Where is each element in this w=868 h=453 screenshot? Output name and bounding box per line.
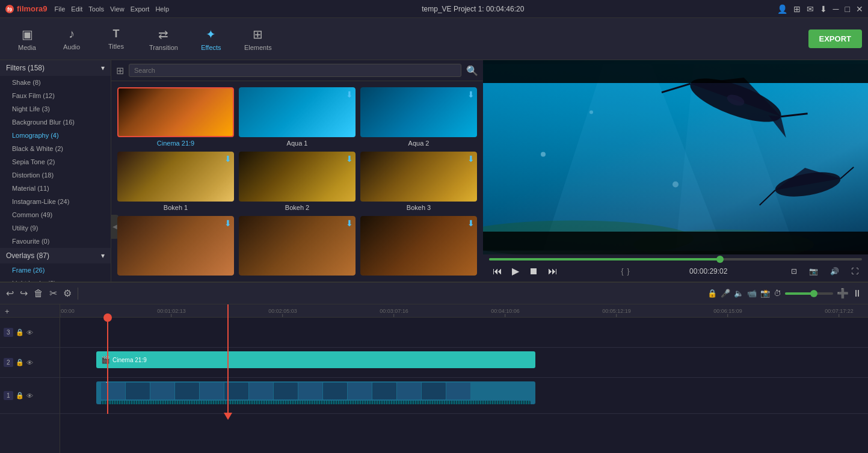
preview-ctrl-icons: ⊡ 📷 🔊 ⛶ bbox=[787, 266, 862, 277]
track-3-eye[interactable]: 👁 bbox=[26, 329, 33, 336]
toolbar-separator bbox=[78, 288, 78, 300]
sidebar-item-distortion[interactable]: Distortion (18) bbox=[0, 168, 111, 182]
svg-point-20 bbox=[673, 182, 679, 188]
grid-view-icon[interactable]: ⊞ bbox=[116, 65, 124, 76]
sidebar-item-favourite[interactable]: Favourite (0) bbox=[0, 235, 111, 248]
track-1-eye[interactable]: 👁 bbox=[26, 392, 33, 399]
snapshot-button[interactable]: 📷 bbox=[805, 266, 822, 277]
fullscreen-button[interactable]: ⛶ bbox=[848, 266, 862, 277]
menu-export[interactable]: Export bbox=[131, 5, 150, 13]
layout-icon[interactable]: ⊞ bbox=[793, 4, 801, 14]
video-clip-label: My Video1 bbox=[101, 381, 531, 383]
pause-tracks-button[interactable]: ⏸ bbox=[852, 288, 862, 299]
effect-thumbnail-row3b: ⬇ bbox=[239, 216, 356, 276]
effect-aqua1[interactable]: ⬇ Aqua 1 bbox=[239, 87, 356, 147]
film-frame bbox=[397, 383, 421, 399]
effect-bokeh3[interactable]: ⬇ Bokeh 3 bbox=[360, 152, 477, 211]
cut-button[interactable]: ✂ bbox=[49, 288, 57, 299]
add-track-button[interactable]: ➕ bbox=[837, 288, 849, 299]
menu-help[interactable]: Help bbox=[155, 5, 169, 13]
toolbar-titles[interactable]: T Titles bbox=[95, 24, 137, 54]
effect-row3c[interactable]: ⬇ bbox=[360, 216, 477, 276]
sidebar-item-blackwhite[interactable]: Black & White (2) bbox=[0, 142, 111, 155]
sidebar-item-lomography[interactable]: Lomography (4) bbox=[0, 129, 111, 142]
next-frame-button[interactable]: ⏭ bbox=[544, 265, 561, 278]
filters-header[interactable]: Filters (158) ▾ bbox=[0, 60, 111, 76]
track-2-eye[interactable]: 👁 bbox=[26, 359, 33, 366]
effect-row3b[interactable]: ⬇ bbox=[239, 216, 356, 276]
toolbar-elements[interactable]: ⊞ Elements bbox=[235, 23, 282, 55]
video-clip[interactable]: My Video1 bbox=[96, 381, 535, 404]
mic-icon[interactable]: 🎤 bbox=[721, 289, 730, 298]
sidebar-item-nightlife[interactable]: Night Life (3) bbox=[0, 102, 111, 116]
sidebar-item-common[interactable]: Common (49) bbox=[0, 208, 111, 221]
menu-view[interactable]: View bbox=[110, 5, 125, 13]
filters-collapse-icon: ▾ bbox=[101, 64, 105, 72]
download-icon[interactable]: ⬇ bbox=[820, 4, 827, 14]
toolbar-audio[interactable]: ♪ Audio bbox=[51, 23, 93, 54]
menu-tools[interactable]: Tools bbox=[88, 5, 104, 13]
redo-button[interactable]: ↪ bbox=[20, 288, 28, 299]
effect-bokeh2[interactable]: ⬇ Bokeh 2 bbox=[239, 152, 356, 211]
maximize-icon[interactable]: □ bbox=[845, 4, 850, 14]
delete-button[interactable]: 🗑 bbox=[34, 288, 43, 299]
export-button[interactable]: EXPORT bbox=[808, 29, 862, 48]
minimize-icon[interactable]: ─ bbox=[833, 4, 839, 14]
effect-row3a[interactable]: ⬇ bbox=[117, 216, 234, 276]
effect-clip[interactable]: 🎬 Cinema 21:9 bbox=[96, 351, 535, 368]
toolbar-effects[interactable]: ✦ Effects bbox=[190, 23, 232, 55]
add-media-button[interactable]: + bbox=[0, 304, 14, 318]
download-icon-bokeh2: ⬇ bbox=[346, 154, 353, 164]
close-icon[interactable]: ✕ bbox=[856, 4, 863, 14]
undo-button[interactable]: ↩ bbox=[6, 288, 14, 299]
search-icon[interactable]: 🔍 bbox=[466, 65, 478, 76]
sidebar-item-instagram[interactable]: Instagram-Like (24) bbox=[0, 195, 111, 208]
effect-bokeh1[interactable]: ⬇ Bokeh 1 bbox=[117, 152, 234, 211]
sidebar-item-bgblur[interactable]: Background Blur (16) bbox=[0, 116, 111, 129]
aspect-ratio-button[interactable]: ⊡ bbox=[787, 266, 801, 277]
track-row-1: My Video1 bbox=[60, 378, 868, 414]
menu-edit[interactable]: Edit bbox=[71, 5, 82, 13]
timeline-tracks: 00:00:00:00 00:01:02:13 00:02:05:03 00:0… bbox=[60, 304, 868, 453]
progress-bar[interactable] bbox=[489, 258, 862, 260]
sidebar-item-sepiatone[interactable]: Sepia Tone (2) bbox=[0, 155, 111, 168]
snapshot2-icon[interactable]: 📸 bbox=[760, 289, 770, 298]
track-label-1: 1 🔒 👁 bbox=[0, 378, 60, 414]
toolbar-media[interactable]: ▣ Media bbox=[6, 23, 48, 55]
sidebar-item-fauxfilm[interactable]: Faux Film (12) bbox=[0, 89, 111, 102]
play-button[interactable]: ▶ bbox=[508, 264, 523, 278]
mail-icon[interactable]: ✉ bbox=[807, 4, 814, 14]
track-row-3 bbox=[60, 318, 868, 348]
zoom-slider[interactable] bbox=[785, 292, 833, 295]
effect-aqua2[interactable]: ⬇ Aqua 2 bbox=[360, 87, 477, 147]
overlays-header[interactable]: Overlays (87) ▾ bbox=[0, 248, 111, 263]
track-3-lock[interactable]: 🔒 bbox=[16, 328, 24, 336]
playhead[interactable] bbox=[107, 318, 108, 414]
timeline-ruler: 00:00:00:00 00:01:02:13 00:02:05:03 00:0… bbox=[60, 304, 868, 318]
search-input[interactable] bbox=[129, 64, 461, 77]
sidebar-item-frame[interactable]: Frame (26) bbox=[0, 263, 111, 277]
track-2-lock[interactable]: 🔒 bbox=[16, 359, 24, 366]
zoom-dot bbox=[810, 290, 817, 297]
sidebar-item-material[interactable]: Material (11) bbox=[0, 182, 111, 195]
sidebar-item-shake[interactable]: Shake (8) bbox=[0, 76, 111, 89]
voice-icon[interactable]: 🔈 bbox=[734, 289, 743, 298]
settings-button[interactable]: ⚙ bbox=[63, 288, 72, 299]
stop-button[interactable]: ⏹ bbox=[525, 265, 542, 278]
menu-file[interactable]: File bbox=[55, 5, 66, 13]
sidebar-item-lightleaks[interactable]: Light Leaks (8) bbox=[0, 277, 111, 282]
video-icon[interactable]: 📹 bbox=[747, 289, 757, 298]
volume-button[interactable]: 🔊 bbox=[826, 266, 843, 277]
download-icon-aqua2: ⬇ bbox=[467, 90, 475, 99]
timer-icon[interactable]: ⏱ bbox=[774, 289, 781, 298]
track-1-lock[interactable]: 🔒 bbox=[16, 392, 24, 399]
prev-frame-button[interactable]: ⏮ bbox=[489, 265, 506, 278]
transition-icon: ⇄ bbox=[158, 27, 168, 42]
user-icon[interactable]: 👤 bbox=[777, 4, 787, 14]
effect-cinema21[interactable]: Cinema 21:9 bbox=[117, 87, 234, 147]
title-bar-left: f9 filmora9 File Edit Tools View Export … bbox=[5, 4, 169, 14]
lock-icon[interactable]: 🔒 bbox=[707, 289, 717, 298]
film-frame bbox=[126, 383, 150, 399]
sidebar-item-utility[interactable]: Utility (9) bbox=[0, 221, 111, 235]
toolbar-transition[interactable]: ⇄ Transition bbox=[140, 23, 188, 55]
